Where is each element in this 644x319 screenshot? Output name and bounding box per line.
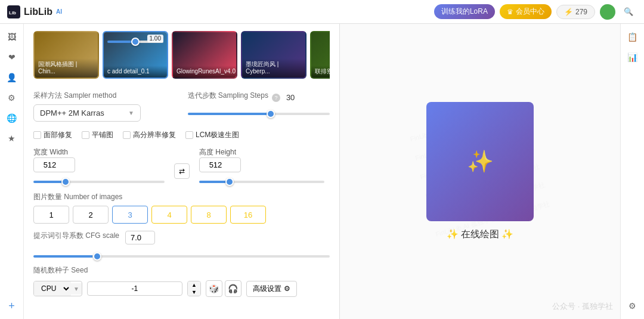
count-row: 1 2 3 4 8 16	[33, 206, 330, 224]
height-input[interactable]	[199, 157, 241, 172]
height-container: 高度 Height	[199, 147, 330, 185]
right-sidebar: 📋 📊 ⚙	[620, 24, 644, 319]
height-slider[interactable]	[199, 181, 324, 183]
checkbox-hires-label: 高分辨率修复	[133, 130, 176, 140]
cfg-row: 提示词引导系数 CFG scale	[33, 231, 330, 244]
points-button[interactable]: ⚡ 279	[556, 5, 595, 19]
model-thumb-1-label: 国潮风格插图 | Chin...	[35, 58, 98, 78]
sampler-dropdown[interactable]: DPM++ 2M Karras ▼	[33, 104, 141, 122]
model-thumb-1[interactable]: 国潮风格插图 | Chin...	[33, 31, 99, 79]
checkbox-tile-box	[82, 131, 89, 139]
count-btn-1[interactable]: 1	[33, 206, 69, 224]
content-area: 国潮风格插图 | Chin... 1.00 c add detail_0.1 G…	[24, 24, 644, 319]
logo: Lib LibLib AI	[7, 5, 62, 18]
model-thumb-2-label: c add detail_0.1	[104, 66, 167, 78]
logo-text: LibLib	[24, 7, 52, 17]
checkbox-lcm-box	[185, 131, 193, 139]
sidebar-icon-2[interactable]: ❤	[4, 49, 20, 66]
checkbox-hires[interactable]: 高分辨率修复	[123, 130, 176, 140]
wechat-watermark: 公众号 · 孤独学社	[552, 301, 613, 312]
checkbox-lcm[interactable]: LCM极速生图	[185, 130, 239, 140]
seed-device-select[interactable]: CPU	[34, 281, 71, 296]
model-thumb-3[interactable]: GlowingRunesAI_v4.0	[172, 31, 237, 79]
steps-value: 30	[286, 93, 295, 102]
dropdown-arrow-icon: ▼	[128, 110, 134, 116]
svg-text:Lib: Lib	[9, 10, 16, 16]
checkbox-row: 面部修复 平铺图 高分辨率修复 LCM极速生图	[33, 130, 330, 140]
model-thumb-5-label: 联排别墅_V1.0	[311, 66, 330, 78]
count-btn-3[interactable]: 3	[112, 206, 148, 224]
train-lora-button[interactable]: 训练我的LoRA	[434, 4, 495, 19]
sampler-value: DPM++ 2M Karras	[40, 109, 104, 117]
logo-icon: Lib	[7, 5, 20, 18]
checkbox-tile[interactable]: 平铺图	[82, 130, 113, 140]
sidebar-icon-4[interactable]: ⚙	[4, 89, 20, 106]
right-panel: FinLibLib.AI 孤独学社 LibLib.AI 孤独学社 FinLibL…	[340, 24, 620, 319]
cfg-input[interactable]	[125, 231, 155, 244]
right-sidebar-icon-1[interactable]: 📋	[624, 29, 641, 45]
right-sidebar-settings-icon[interactable]: ⚙	[624, 298, 641, 314]
dimensions-row: 宽度 Width ⇄ 高度 Height	[33, 147, 330, 185]
seed-spinners: ▲ ▼	[187, 281, 201, 296]
cfg-label: 提示词引导系数 CFG scale	[33, 231, 119, 241]
vip-center-button[interactable]: ♛ 会员中心	[500, 4, 552, 19]
count-btn-8[interactable]: 8	[191, 206, 227, 224]
checkbox-lcm-label: LCM极速生图	[196, 130, 239, 140]
center-image-area: ✨	[426, 102, 534, 221]
points-value: 279	[575, 8, 587, 16]
online-draw-label: ✨ 在线绘图 ✨	[447, 228, 514, 241]
width-slider[interactable]	[33, 181, 165, 183]
seed-row: CPU ▼ ▲ ▼ 🎲 🎧 高级设置 ⚙	[33, 280, 330, 297]
sampler-label: 采样方法 Sampler method	[33, 91, 176, 101]
width-container: 宽度 Width	[33, 147, 165, 185]
model-row: 国潮风格插图 | Chin... 1.00 c add detail_0.1 G…	[33, 31, 330, 83]
search-icon-button[interactable]: 🔍	[620, 4, 637, 20]
seed-decrement-button[interactable]: ▼	[188, 289, 200, 296]
count-btn-2[interactable]: 2	[73, 206, 109, 224]
checkbox-face-repair[interactable]: 面部修复	[33, 130, 72, 140]
seed-headphone-button[interactable]: 🎧	[225, 280, 242, 297]
sampler-method-container: 采样方法 Sampler method DPM++ 2M Karras ▼	[33, 91, 176, 122]
steps-help-icon: ?	[272, 94, 280, 102]
count-btn-4[interactable]: 4	[151, 206, 187, 224]
advanced-settings-button[interactable]: 高级设置 ⚙	[246, 281, 297, 297]
sidebar-icon-3[interactable]: 👤	[4, 69, 20, 86]
seed-device-selector[interactable]: CPU ▼	[33, 281, 82, 296]
vip-label: 会员中心	[516, 7, 544, 17]
checkbox-face-repair-label: 面部修复	[44, 130, 72, 140]
main-wrapper: 🖼 ❤ 👤 ⚙ 🌐 ★ + 国潮风格插图 | Chin...	[0, 24, 644, 319]
steps-label: 迭代步数 Sampling Steps	[188, 91, 268, 101]
sidebar-icon-6[interactable]: ★	[4, 130, 20, 147]
user-avatar-button[interactable]	[600, 4, 615, 20]
width-slider-container	[33, 176, 165, 185]
seed-icons: 🎲 🎧	[206, 280, 242, 297]
swap-dimensions-button[interactable]: ⇄	[174, 163, 190, 179]
count-btn-16[interactable]: 16	[230, 206, 266, 224]
advanced-settings-icon: ⚙	[284, 284, 290, 293]
model-thumb-2[interactable]: 1.00 c add detail_0.1	[103, 31, 168, 79]
sidebar-add-icon[interactable]: +	[4, 298, 20, 314]
sidebar-icon-5[interactable]: 🌐	[4, 110, 20, 126]
right-sidebar-icon-2[interactable]: 📊	[624, 49, 641, 66]
header-nav: 训练我的LoRA ♛ 会员中心 ⚡ 279 🔍	[434, 4, 637, 20]
cfg-slider[interactable]	[33, 255, 330, 258]
steps-slider[interactable]	[188, 113, 330, 115]
height-label: 高度 Height	[199, 147, 330, 157]
left-panel: 国潮风格插图 | Chin... 1.00 c add detail_0.1 G…	[24, 24, 340, 319]
image-count-section: 图片数量 Number of images 1 2 3 4 8 16	[33, 192, 330, 224]
wand-icon: ✨	[467, 149, 494, 174]
seed-section: 随机数种子 Seed CPU ▼ ▲ ▼ 🎲 �	[33, 265, 330, 297]
width-input[interactable]	[33, 157, 75, 172]
width-label: 宽度 Width	[33, 147, 165, 157]
model-thumb-5[interactable]: 联排别墅_V1.0	[310, 31, 330, 79]
left-sidebar: 🖼 ❤ 👤 ⚙ 🌐 ★ +	[0, 24, 24, 319]
seed-increment-button[interactable]: ▲	[188, 281, 200, 289]
seed-dice-button[interactable]: 🎲	[206, 280, 222, 297]
sidebar-icon-1[interactable]: 🖼	[4, 29, 20, 45]
sampling-section: 采样方法 Sampler method DPM++ 2M Karras ▼ 迭代…	[33, 91, 330, 122]
model-thumb-4-label: 墨境匠尚风 | Cyberp...	[242, 58, 305, 78]
seed-value-input[interactable]	[87, 281, 182, 296]
model-thumb-2-value: 1.00	[147, 35, 163, 42]
model-thumb-4[interactable]: 墨境匠尚风 | Cyberp...	[241, 31, 306, 79]
seed-device-arrow-icon: ▼	[71, 283, 82, 295]
